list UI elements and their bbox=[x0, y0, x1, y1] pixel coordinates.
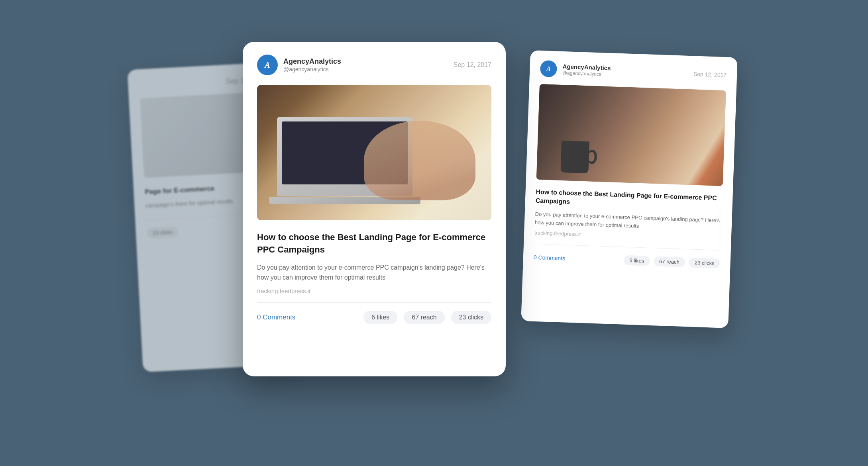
right-card-header: A AgencyAnalytics @agencyanalytics Sep 1… bbox=[540, 60, 727, 83]
scene: Sep 12, 2017 Page for E-commerce campaig… bbox=[135, 34, 733, 432]
main-divider bbox=[257, 302, 491, 303]
right-image-scene bbox=[536, 84, 726, 186]
right-comments-link[interactable]: 0 Comments bbox=[534, 254, 566, 262]
main-card-header: A AgencyAnalytics @agencyanalytics Sep 1… bbox=[257, 55, 491, 75]
right-divider bbox=[534, 244, 721, 251]
main-card-link: tracking.feedpress.it bbox=[257, 288, 491, 294]
main-account-info: A AgencyAnalytics @agencyanalytics bbox=[257, 55, 341, 75]
right-account-info: A AgencyAnalytics @agencyanalytics bbox=[540, 60, 611, 79]
main-card-title: How to choose the Best Landing Page for … bbox=[257, 231, 491, 256]
main-account-details: AgencyAnalytics @agencyanalytics bbox=[283, 57, 341, 72]
hands-overlay bbox=[364, 121, 475, 200]
main-card-footer: 0 Comments 6 likes 67 reach 23 clicks bbox=[257, 311, 491, 324]
back-left-clicks: 23 clicks bbox=[147, 226, 178, 239]
main-logo-letter: A bbox=[265, 61, 270, 70]
right-likes-pill: 6 likes bbox=[624, 255, 650, 266]
main-comments-link[interactable]: 0 Comments bbox=[257, 313, 295, 321]
right-card-image bbox=[536, 84, 726, 186]
right-date: Sep 12, 2017 bbox=[693, 70, 727, 78]
right-card-footer: 0 Comments 6 likes 67 reach 23 clicks bbox=[533, 252, 720, 268]
card-main: A AgencyAnalytics @agencyanalytics Sep 1… bbox=[243, 42, 506, 376]
main-image-scene bbox=[257, 85, 491, 220]
mug-handle bbox=[587, 149, 597, 164]
right-account-details: AgencyAnalytics @agencyanalytics bbox=[562, 63, 611, 77]
main-clicks-pill: 23 clicks bbox=[451, 311, 491, 324]
main-card-image bbox=[257, 85, 491, 220]
main-date: Sep 12, 2017 bbox=[454, 61, 491, 69]
right-clicks-pill: 23 clicks bbox=[689, 258, 720, 269]
right-logo-letter: A bbox=[546, 65, 551, 72]
main-account-handle: @agencyanalytics bbox=[283, 66, 341, 72]
mug-shape bbox=[560, 141, 589, 173]
right-reach-pill: 67 reach bbox=[654, 256, 685, 268]
main-account-name: AgencyAnalytics bbox=[283, 57, 341, 66]
right-card-desc: Do you pay attention to your e-commerce … bbox=[535, 210, 722, 233]
main-reach-pill: 67 reach bbox=[404, 311, 444, 324]
card-right: A AgencyAnalytics @agencyanalytics Sep 1… bbox=[521, 50, 737, 328]
main-card-desc: Do you pay attention to your e-commerce … bbox=[257, 262, 491, 283]
right-card-title: How to choose the Best Landing Page for … bbox=[535, 188, 722, 212]
main-avatar: A bbox=[257, 55, 278, 75]
main-likes-pill: 6 likes bbox=[363, 311, 397, 324]
right-avatar: A bbox=[540, 60, 557, 77]
